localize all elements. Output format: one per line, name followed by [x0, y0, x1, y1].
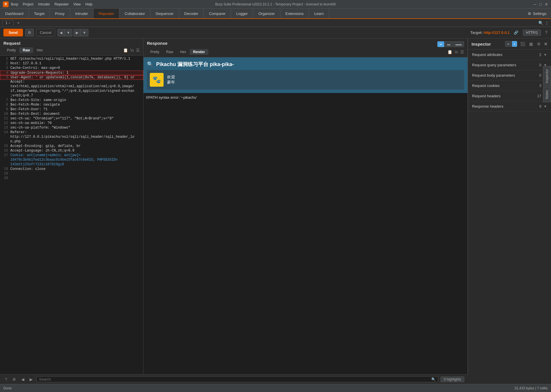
request-tab-icons: 📋 \n ☰ [123, 48, 140, 53]
browser-search-icon: 🔍 [147, 61, 153, 67]
forward-button[interactable]: ▶ [73, 29, 81, 36]
target-link-icon[interactable]: 🔗 [514, 30, 518, 35]
back-dropdown[interactable]: ▼ [65, 29, 72, 36]
inspector-gear-icon[interactable]: ⚙ [536, 41, 542, 47]
nav-tab-comparer[interactable]: Comparer [204, 9, 231, 18]
code-line-17a: 17 Cookie: ant[uname]=admin; ant[pw]= [0, 153, 143, 158]
nav-tab-intruder[interactable]: Intruder [70, 9, 94, 18]
request-tab-pretty[interactable]: Pretty [3, 47, 19, 53]
inspector-section-response-headers[interactable]: Response headers 9 ▼ [468, 101, 551, 112]
request-panel-tabs: Pretty Raw Hex 📋 \n ☰ [3, 47, 140, 53]
code-line-17c: 143d1tj23ufr7131c167819gi6 [0, 162, 143, 167]
view-toggle-single[interactable]: ▬ [445, 41, 453, 47]
back-button[interactable]: ◀ [57, 29, 65, 36]
menu-icon[interactable]: ☰ [136, 48, 140, 53]
code-line-9: 9 $ec-Fetch-User: ?1 [0, 107, 143, 112]
request-tab-raw[interactable]: Raw [19, 47, 33, 53]
inspector-close-btn[interactable]: ✕ [544, 41, 548, 47]
inspector-section-request-attributes[interactable]: Request attributes 2 ▼ [468, 50, 551, 60]
inspector-toggle-single[interactable]: ▪ [512, 41, 517, 47]
nav-tab-proxy[interactable]: Proxy [50, 9, 70, 18]
help-icon-btn[interactable]: ? [3, 376, 9, 383]
status-bytes: 31,433 bytes | 7 millis [515, 386, 548, 390]
response-tab-hex[interactable]: Hex [176, 49, 189, 55]
overflow-menu-icon[interactable]: ⋮ [545, 21, 549, 25]
menu-project[interactable]: Project [23, 2, 33, 6]
help-button[interactable]: ? [545, 30, 548, 35]
repeater-tab-1[interactable]: 1 × [2, 20, 13, 26]
nav-tab-organizer[interactable]: Organizer [253, 9, 280, 18]
add-tab-btn[interactable]: + [15, 20, 21, 26]
response-tab-pretty[interactable]: Pretty [147, 49, 163, 55]
close-btn[interactable]: ✕ [545, 2, 548, 7]
nav-tab-logger[interactable]: Logger [231, 9, 253, 18]
menu-repeater[interactable]: Repeater [55, 2, 69, 6]
response-menu-icon[interactable]: ☰ [460, 50, 464, 54]
code-line-6c: if,image/webp,image/apng,*/*;q=0.8,appli… [0, 89, 143, 94]
nav-right: ⚙ Settings [523, 9, 551, 18]
response-format-icon[interactable]: 📋 [447, 50, 452, 54]
newline-icon[interactable]: \n [130, 48, 134, 53]
nav-tab-dashboard[interactable]: Dashboard [0, 9, 29, 18]
code-line-8: 8 $ec-Fetch-Mode: navigate [0, 103, 143, 107]
request-tab-hex[interactable]: Hex [33, 47, 46, 53]
request-code-area[interactable]: 1 GET /pikachu/vul/sqli/sqli_header/sqli… [0, 56, 143, 374]
back-history-btn[interactable]: ◀ [20, 376, 26, 383]
inspector-align-left-icon[interactable]: ⬛ [519, 41, 526, 47]
response-tab-raw[interactable]: Raw [163, 49, 176, 55]
nav-tab-extensions[interactable]: Extensions [280, 9, 309, 18]
response-tab-render[interactable]: Render [190, 49, 208, 55]
code-line-20: 20 [0, 176, 143, 181]
inspector-toggle-list[interactable]: ▪▪ [505, 41, 511, 47]
inspector-section-body-params[interactable]: Request body parameters 0 ▼ [468, 70, 551, 81]
send-button[interactable]: Send [3, 29, 23, 36]
minimize-btn[interactable]: ─ [534, 2, 537, 7]
window-controls: ─ □ ✕ [534, 2, 548, 7]
menu-burp[interactable]: Burp [11, 2, 18, 6]
settings-button[interactable]: ⚙ Settings [523, 11, 551, 16]
request-toolbar: Send ⚙ Cancel ◀ ▼ ▶ ▼ Target: http://127… [0, 27, 551, 38]
maximize-btn[interactable]: □ [540, 2, 542, 7]
nav-tab-decoder[interactable]: Decoder [179, 9, 204, 18]
tab-1-close[interactable]: × [9, 21, 10, 25]
nav-tab-repeater[interactable]: Repeater [94, 9, 119, 19]
side-tab-inspector[interactable]: Inspector [543, 66, 551, 86]
inspector-section-cookies[interactable]: Request cookies 3 ▼ [468, 81, 551, 91]
inspector-section-request-headers[interactable]: Request headers 17 ▼ [468, 91, 551, 101]
inspector-section-query-params[interactable]: Request query parameters 0 ▼ [468, 60, 551, 70]
code-line-10: 10 $ec-Fetch-Dest: document [0, 112, 143, 117]
response-newline-icon[interactable]: \n [455, 50, 458, 54]
format-icon[interactable]: 📋 [123, 48, 128, 53]
nav-tab-learn[interactable]: Learn [309, 9, 329, 18]
menu-intruder[interactable]: Intruder [38, 2, 50, 6]
http-version-badge[interactable]: HTTP/1 [523, 30, 541, 36]
code-line-15: 15 Accept-Encoding: gzip, deflate, br [0, 144, 143, 149]
send-options-button[interactable]: ⚙ [25, 29, 34, 36]
inspector-header: Inspector ▪▪ ▪ ⬛ ▦ ⚙ ✕ [468, 38, 551, 50]
forward-history-btn[interactable]: ▶ [28, 376, 34, 383]
nav-tab-target[interactable]: Target [29, 9, 50, 18]
view-toggle-grid[interactable]: ▪▪ [437, 41, 444, 47]
tab-search-icon: 🔍 [538, 21, 543, 25]
nav-bar: Dashboard Target Proxy Intruder Repeater… [0, 9, 551, 19]
response-browser-view: 🔍 Pikachu 漏洞练习平台 pika-pika- 🐾 欢迎豪年 [143, 57, 467, 93]
menu-help[interactable]: Help [85, 2, 92, 6]
cancel-button[interactable]: Cancel [36, 29, 55, 36]
inspector-align-right-icon[interactable]: ▦ [528, 41, 534, 47]
view-toggle-split[interactable]: ▬▬ [453, 41, 464, 47]
code-line-16: 16 Accept-Language: zh-CN,zh;q=0.9 [0, 149, 143, 153]
code-line-11: 11 sec-ch-ua: "Chromium";v="117", "Not;A… [0, 117, 143, 121]
code-line-12: 12 sec-ch-ua-mobile: ?0 [0, 121, 143, 126]
response-panel-header: Response ▪▪ ▬ ▬▬ Pretty Raw Hex Render 📋… [143, 38, 467, 57]
gear-icon: ⚙ [528, 11, 531, 16]
side-tab-notes[interactable]: Notes [543, 87, 551, 102]
code-line-14b: http://127.0.0.1/pikachu/vul/sqli/sqli_h… [0, 135, 143, 139]
search-input[interactable] [39, 377, 430, 381]
code-line-2: 2 Host: 127.0.0.1 [0, 61, 143, 66]
forward-dropdown[interactable]: ▼ [81, 29, 88, 36]
settings-icon-btn[interactable]: ⚙ [11, 376, 18, 383]
menu-view[interactable]: View [73, 2, 81, 6]
welcome-text: 欢迎豪年 [167, 75, 175, 85]
nav-tab-sequencer[interactable]: Sequencer [150, 9, 179, 18]
nav-tab-collaborator[interactable]: Collaborator [119, 9, 150, 18]
